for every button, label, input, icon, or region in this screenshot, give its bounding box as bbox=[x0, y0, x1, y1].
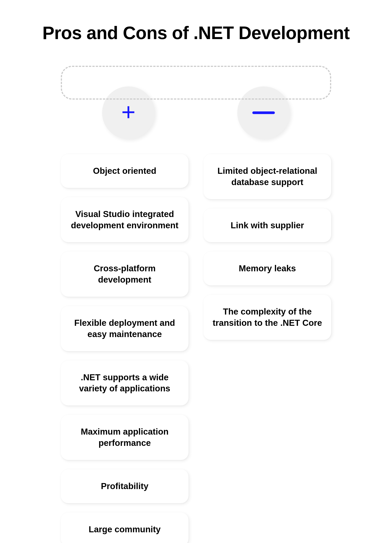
con-item-2: Link with supplier bbox=[231, 221, 304, 230]
pro-item-6: Maximum application performance bbox=[81, 427, 169, 448]
list-item: .NET supports a wide variety of applicat… bbox=[61, 361, 188, 406]
pro-item-1: Object oriented bbox=[93, 166, 156, 176]
list-item: The complexity of the transition to the … bbox=[204, 295, 331, 340]
pro-item-2: Visual Studio integrated development env… bbox=[71, 209, 178, 230]
list-item: Large community bbox=[61, 513, 188, 543]
list-item: Profitability bbox=[61, 469, 188, 503]
pros-column: Object oriented Visual Studio integrated… bbox=[61, 154, 188, 543]
pro-item-3: Cross-platform development bbox=[94, 263, 156, 284]
con-item-4: The complexity of the transition to the … bbox=[213, 307, 322, 328]
cons-column: Limited object-relational database suppo… bbox=[204, 154, 331, 344]
pro-item-5: .NET supports a wide variety of applicat… bbox=[79, 372, 170, 393]
list-item: Object oriented bbox=[61, 154, 188, 188]
minus-icon bbox=[252, 111, 275, 114]
con-item-1: Limited object-relational database suppo… bbox=[217, 166, 317, 187]
con-item-3: Memory leaks bbox=[239, 263, 296, 273]
list-item: Flexible deployment and easy maintenance bbox=[61, 306, 188, 351]
page-title: Pros and Cons of .NET Development bbox=[42, 23, 350, 43]
list-item: Maximum application performance bbox=[61, 415, 188, 460]
two-column-layout: Object oriented Visual Studio integrated… bbox=[61, 154, 331, 543]
pro-item-7: Profitability bbox=[101, 481, 148, 491]
plus-icon: + bbox=[121, 100, 136, 124]
pro-item-8: Large community bbox=[89, 524, 160, 534]
list-item: Memory leaks bbox=[204, 252, 331, 285]
list-item: Link with supplier bbox=[204, 209, 331, 242]
pro-item-4: Flexible deployment and easy maintenance bbox=[74, 318, 175, 339]
list-item: Cross-platform development bbox=[61, 252, 188, 297]
dashed-border-box bbox=[61, 66, 331, 100]
list-item: Visual Studio integrated development env… bbox=[61, 197, 188, 242]
list-item: Limited object-relational database suppo… bbox=[204, 154, 331, 199]
